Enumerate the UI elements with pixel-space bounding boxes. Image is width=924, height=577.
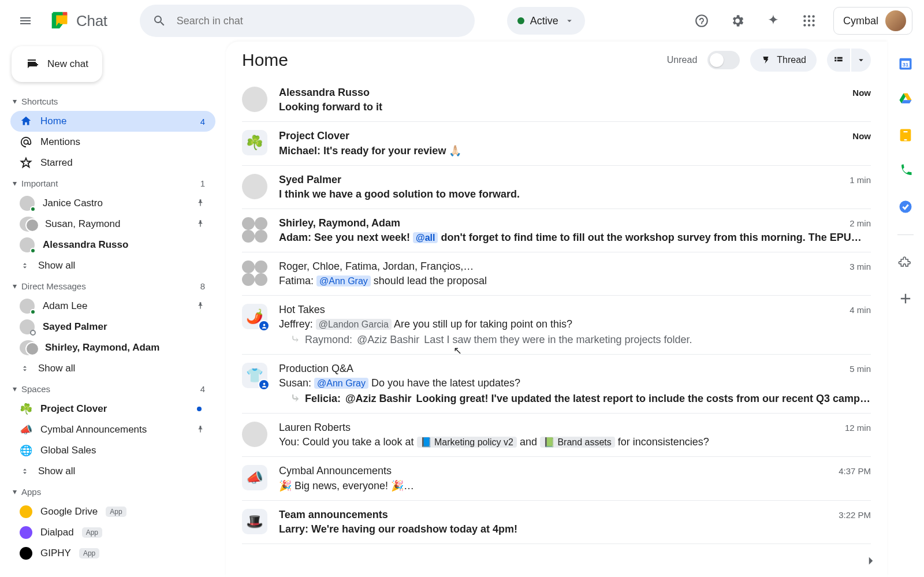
apps-grid-button[interactable] (798, 9, 821, 32)
nav-item[interactable]: Susan, Raymond (10, 214, 215, 234)
home-icon (20, 115, 32, 128)
conversation-row[interactable]: ☘️ Project CloverNow Michael: It's ready… (242, 122, 871, 166)
side-rail: 31 (887, 42, 924, 577)
nav-item[interactable]: ☘️Project Clover (10, 399, 215, 419)
nav-item[interactable]: Janice Castro (10, 193, 215, 214)
search-icon (152, 14, 166, 28)
conversation-row[interactable]: 🎩 Team announcements3:22 PM Larry: We're… (242, 501, 871, 544)
section-shortcuts[interactable]: ▾Shortcuts (10, 91, 215, 111)
unread-toggle[interactable] (707, 51, 740, 69)
nav-label: Shirley, Raymond, Adam (45, 342, 159, 353)
svg-point-4 (808, 20, 810, 22)
nav-label: Alessandra Russo (43, 239, 128, 251)
conv-name: Alessandra Russo (279, 87, 370, 99)
conversation-row[interactable]: Alessandra RussoNow Looking forward to i… (242, 79, 871, 122)
help-button[interactable] (690, 9, 713, 32)
nav-item[interactable]: Adam Lee (10, 296, 215, 317)
voice-app[interactable] (897, 163, 914, 179)
thread-filter-button[interactable]: Thread (750, 49, 817, 72)
show-all[interactable]: Show all (10, 255, 215, 276)
nav-label: Adam Lee (43, 300, 88, 312)
section-important[interactable]: ▾Important1 (10, 173, 215, 193)
avatar-icon (20, 340, 37, 355)
nav-label: Global Sales (40, 445, 96, 456)
doc-chip: 📗 Brand assets (540, 437, 615, 448)
show-all[interactable]: Show all (10, 461, 215, 482)
gemini-button[interactable] (762, 9, 785, 32)
space-emoji-icon: 🌐 (20, 444, 32, 457)
conversation-list[interactable]: Alessandra RussoNow Looking forward to i… (226, 79, 887, 577)
calendar-icon: 31 (897, 55, 914, 72)
keep-icon (897, 127, 914, 143)
nav-label: Dialpad (40, 527, 74, 538)
keep-app[interactable] (897, 127, 914, 143)
conv-preview: Susan: @Ann Gray Do you have the latest … (279, 377, 871, 389)
nav-item[interactable]: GIPHYApp (10, 543, 215, 564)
nav-item[interactable]: 🌐Global Sales (10, 440, 215, 461)
section-spaces[interactable]: ▾Spaces4 (10, 379, 215, 399)
space-emoji-icon: ☘️ (20, 403, 32, 415)
show-all[interactable]: Show all (10, 358, 215, 379)
svg-point-2 (812, 15, 814, 17)
conversation-row[interactable]: Roger, Chloe, Fatima, Jordan, Françios,…… (242, 252, 871, 296)
scroll-next-button[interactable] (859, 549, 882, 572)
nav-item[interactable]: 📣Cymbal Announcements (10, 419, 215, 440)
conv-preview: Adam: See you next week! @all don't forg… (279, 232, 871, 244)
brand-title: Chat (76, 12, 107, 30)
conv-name: Cymbal Announcements (279, 465, 392, 477)
space-avatar: ☘️ (242, 130, 267, 155)
nav-item[interactable]: DialpadApp (10, 522, 215, 543)
view-mode-button[interactable] (827, 49, 850, 72)
conv-name: Project Clover (279, 130, 349, 142)
nav-item[interactable]: Home4 (10, 111, 215, 132)
search-input[interactable] (177, 15, 462, 27)
conversation-row[interactable]: 📣 Cymbal Announcements4:37 PM 🎉 Big news… (242, 457, 871, 501)
nav-item[interactable]: Shirley, Raymond, Adam (10, 337, 215, 358)
account-avatar (885, 10, 906, 31)
conv-preview: Larry: We're having our roadshow today a… (279, 523, 871, 535)
pin-icon (196, 199, 205, 208)
mention-chip: @Aziz Bashir (345, 393, 412, 405)
conv-time: 4:37 PM (839, 466, 871, 476)
person-avatar (242, 174, 267, 199)
nav-label: GIPHY (40, 548, 71, 559)
space-avatar: 👕 (242, 363, 267, 388)
section-apps[interactable]: ▾Apps (10, 482, 215, 501)
conv-time: 2 min (850, 218, 871, 228)
conversation-row[interactable]: 🌶️ Hot Takes4 min Jeffrey: @Landon Garci… (242, 296, 871, 355)
nav-item[interactable]: Mentions (10, 132, 215, 152)
conversation-row[interactable]: 👕 Production Q&A5 min Susan: @Ann Gray D… (242, 355, 871, 414)
expand-icon (20, 363, 30, 374)
add-app-button[interactable] (897, 291, 914, 307)
drive-app[interactable] (897, 91, 914, 107)
brand: Chat (49, 10, 107, 32)
tasks-app[interactable] (897, 199, 914, 215)
nav-item[interactable]: Google DriveApp (10, 501, 215, 522)
account-org-chip[interactable]: Cymbal (833, 7, 912, 35)
settings-button[interactable] (726, 9, 749, 32)
nav-label: Home (40, 116, 66, 127)
nav-item[interactable]: Alessandra Russo (10, 234, 215, 255)
addons-button[interactable] (897, 255, 914, 271)
mention-chip: @Ann Gray (316, 276, 371, 286)
at-icon (20, 136, 32, 148)
conversation-row[interactable]: Shirley, Raymond, Adam2 min Adam: See yo… (242, 209, 871, 252)
conv-name: Syed Palmer (279, 174, 341, 186)
main-menu-button[interactable] (12, 7, 39, 35)
calendar-app[interactable]: 31 (897, 55, 914, 72)
avatar-icon (20, 196, 35, 211)
space-avatar: 🎩 (242, 509, 267, 534)
conversation-row[interactable]: Lauren Roberts12 min You: Could you take… (242, 414, 871, 457)
status-pill[interactable]: Active (507, 7, 585, 35)
section-dms[interactable]: ▾Direct Messages8 (10, 276, 215, 296)
space-emoji-icon: 📣 (20, 423, 32, 436)
person-avatar (242, 87, 267, 112)
thread-icon (761, 55, 771, 65)
new-chat-button[interactable]: New chat (12, 46, 102, 82)
nav-item[interactable]: Sayed Palmer (10, 317, 215, 337)
svg-point-3 (803, 20, 806, 22)
view-mode-dropdown[interactable] (851, 49, 871, 72)
nav-item[interactable]: Starred (10, 152, 215, 173)
conversation-row[interactable]: Syed Palmer1 min I think we have a good … (242, 166, 871, 209)
search-bar[interactable] (140, 5, 475, 37)
